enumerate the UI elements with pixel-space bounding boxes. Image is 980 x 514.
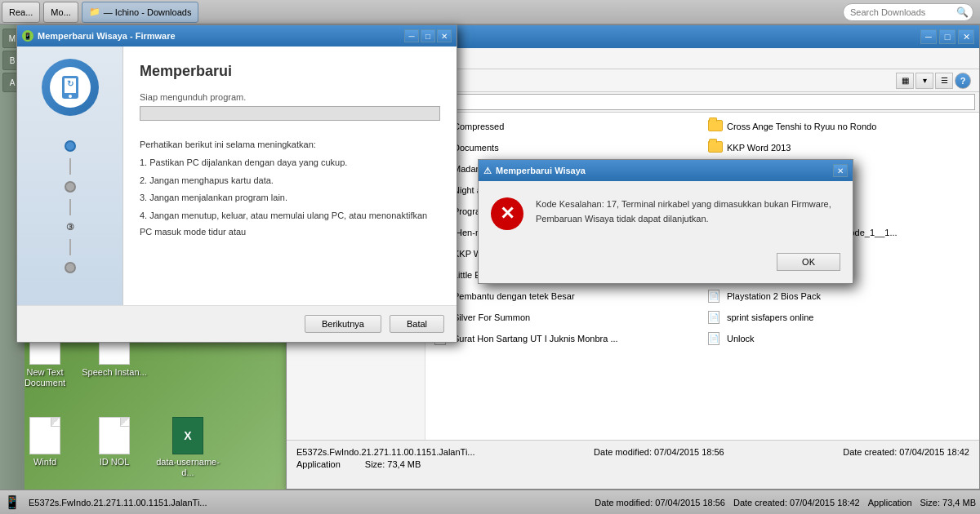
bottom-status-phone-icon: 📱	[4, 494, 20, 510]
firmware-instruction-3: 3. Jangan menjalankan program lain.	[140, 190, 440, 206]
desktop-icon-idnol-label: ID NOL	[82, 457, 147, 467]
bottom-date-created: Date created: 07/04/2015 18:42	[733, 498, 860, 507]
file-silver-label: Silver For Summon	[453, 312, 530, 322]
file-compressed-label: Compressed	[453, 122, 504, 131]
file-item-documents[interactable]: Documents	[430, 138, 702, 157]
explorer-statusbar: E5372s.FwIndo.21.271.11.00.1151.JalanTi.…	[287, 440, 979, 489]
folder-icon-kkp	[708, 141, 723, 154]
firmware-status-label: Siap mengunduh program.	[140, 92, 440, 102]
svg-point-2	[69, 95, 72, 98]
firmware-close-btn[interactable]: ✕	[437, 29, 452, 42]
firmware-progress-bar	[140, 106, 440, 121]
file-documents-label: Documents	[453, 143, 499, 153]
firmware-maximize-btn[interactable]: □	[421, 29, 435, 42]
file-item-kkp-word[interactable]: KKP Word 2013	[703, 138, 975, 157]
firmware-window-controls: ─ □ ✕	[404, 29, 452, 42]
file-pembantu-label: Pembantu dengan tetek Besar	[453, 291, 575, 301]
file-item-unlock[interactable]: 📄 Unlock	[703, 329, 975, 348]
step-line-3	[69, 239, 71, 255]
firmware-minimize-btn[interactable]: ─	[404, 29, 419, 42]
view-details-btn[interactable]: ☰	[935, 73, 953, 89]
firmware-window: 📱 Memperbarui Wisaya - Firmware ─ □ ✕ ↻	[16, 24, 457, 343]
desktop-icon-data-username[interactable]: X data-username-d...	[155, 416, 220, 478]
file-cross-ange-label: Cross Ange Tenshi to Ryuu no Rondo	[727, 122, 876, 131]
idnol-file-icon	[95, 416, 134, 455]
file-item-compressed[interactable]: Compressed	[430, 117, 702, 136]
firmware-logo: ↻	[42, 59, 99, 116]
phone-refresh-icon: ↻	[56, 73, 85, 102]
taskbar-btn-downloads[interactable]: 📁 — Ichino - Downloads	[82, 2, 199, 23]
firmware-main: Memperbarui Siap mengunduh program. Perh…	[123, 47, 457, 305]
view-buttons: ▦ ▾ ☰ ?	[896, 73, 971, 89]
firmware-titlebar: 📱 Memperbarui Wisaya - Firmware ─ □ ✕	[17, 25, 457, 47]
view-grid-btn[interactable]: ▦	[896, 73, 914, 89]
error-title: Memperbarui Wisaya	[496, 166, 586, 175]
step-3-label: ③	[66, 222, 74, 233]
help-btn[interactable]: ?	[955, 73, 971, 89]
firmware-instruction-2: 2. Jangan menghapus kartu data.	[140, 173, 440, 189]
step-line-1	[69, 158, 71, 175]
error-footer: OK	[479, 246, 853, 283]
file-item-pembantu[interactable]: 📄 Pembantu dengan tetek Besar	[430, 286, 702, 306]
folder-icon-small: 📁	[89, 7, 100, 17]
firmware-body: ↻ ③ Memperbarui Siap mengunduh program.	[17, 47, 457, 305]
status-date-modified: Date modified: 07/04/2015 18:56	[594, 447, 724, 457]
desktop-icon-data-username-label: data-username-d...	[155, 457, 220, 478]
file-item-silver[interactable]: 📄 Silver For Summon	[430, 308, 702, 327]
step-1-dot	[65, 140, 76, 152]
file-item-cross-ange[interactable]: Cross Ange Tenshi to Ryuu no Rondo	[703, 117, 975, 136]
taskbar-btn-rea-label: Rea...	[9, 7, 33, 17]
step-line-2	[69, 199, 71, 215]
error-window-controls: ✕	[833, 164, 848, 177]
firmware-title: Memperbarui Wisaya - Firmware	[38, 31, 176, 41]
taskbar-btn-mo[interactable]: Mo...	[43, 2, 78, 23]
search-box[interactable]: 🔍	[843, 3, 973, 21]
file-item-surat[interactable]: 📄 Surat Hon Sartang UT I Juknis Monbra .…	[430, 329, 702, 348]
file-item-sprint[interactable]: 📄 sprint sisfapers online	[703, 308, 975, 327]
status-type: Application	[296, 459, 341, 469]
firmware-instruction-header: Perhatikan berikut ini selama meningkatk…	[140, 137, 440, 153]
firmware-next-btn[interactable]: Berikutnya	[305, 315, 381, 333]
desktop-icon-idnol[interactable]: ID NOL	[82, 416, 147, 467]
firmware-cancel-btn[interactable]: Batal	[390, 315, 444, 333]
file-sprint-label: sprint sisfapers online	[727, 312, 813, 322]
error-title-icon: ⚠	[483, 166, 492, 176]
taskbar-bottom: 📱 E5372s.FwIndo.21.271.11.00.1151.JalanT…	[0, 490, 980, 514]
file-unlock-label: Unlock	[727, 334, 755, 343]
doc-icon-sprint: 📄	[708, 311, 723, 324]
doc-icon-ps2: 📄	[708, 290, 723, 303]
step-4-dot	[65, 262, 76, 273]
system-tray: 🔍	[843, 3, 980, 21]
desktop: Rea... Mo... 📁 — Ichino - Downloads 🔍 M …	[0, 0, 980, 514]
excel-file-icon: X	[168, 416, 207, 455]
explorer-minimize-btn[interactable]: ─	[920, 29, 937, 44]
file-surat-label: Surat Hon Sartang UT I Juknis Monbra ...	[453, 334, 618, 343]
folder-icon-cross-ange	[708, 120, 723, 133]
error-icon: ✕	[491, 197, 523, 230]
error-message: Kode Kesalahan: 17, Terminal nirkabel ya…	[536, 197, 840, 226]
firmware-footer: Berikutnya Batal	[17, 305, 457, 342]
taskbar-btn-mo-label: Mo...	[51, 7, 70, 17]
explorer-maximize-btn[interactable]: □	[939, 29, 956, 44]
error-close-btn[interactable]: ✕	[833, 164, 848, 177]
view-dropdown-btn[interactable]: ▾	[915, 73, 933, 89]
error-dialog: ⚠ Memperbarui Wisaya ✕ ✕ Kode Kesalahan:…	[478, 159, 853, 284]
firmware-sidebar: ↻ ③	[17, 47, 123, 305]
bottom-status-text: E5372s.FwIndo.21.271.11.00.1151.JalanTi.…	[29, 498, 207, 507]
winfd-file-icon	[25, 416, 65, 455]
search-input[interactable]	[850, 7, 956, 17]
file-ps2-label: Playstation 2 Bios Pack	[727, 291, 821, 301]
firmware-logo-inner: ↻	[50, 67, 91, 108]
bottom-size: Size: 73,4 MB	[920, 498, 976, 507]
svg-text:↻: ↻	[67, 79, 74, 88]
error-ok-btn[interactable]: OK	[777, 253, 840, 271]
explorer-window-controls: ─ □ ✕	[920, 29, 974, 44]
status-filename: E5372s.FwIndo.21.271.11.00.1151.JalanTi.…	[296, 447, 475, 457]
explorer-close-btn[interactable]: ✕	[958, 29, 974, 44]
firmware-heading: Memperbarui	[140, 63, 440, 80]
taskbar-btn-rea[interactable]: Rea...	[2, 2, 40, 23]
file-item-ps2[interactable]: 📄 Playstation 2 Bios Pack	[703, 286, 975, 306]
taskbar-btn-downloads-label: — Ichino - Downloads	[104, 7, 192, 17]
firmware-instructions: Perhatikan berikut ini selama meningkatk…	[140, 137, 440, 242]
search-icon: 🔍	[956, 7, 969, 18]
